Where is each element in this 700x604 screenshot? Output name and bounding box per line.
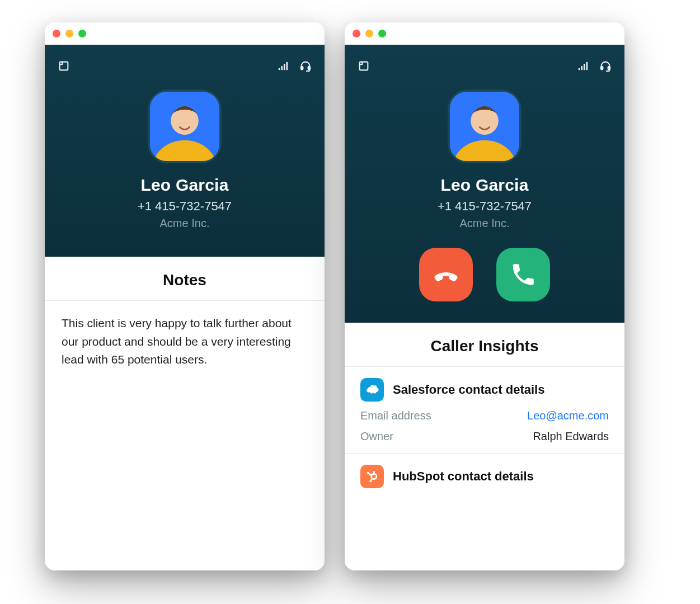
window-titlebar — [45, 22, 325, 45]
svg-rect-3 — [284, 64, 285, 70]
contact-phone: +1 415-732-7547 — [438, 199, 532, 214]
svg-rect-5 — [301, 67, 303, 70]
svg-rect-14 — [579, 68, 580, 70]
call-window-notes: Leo Garcia +1 415-732-7547 Acme Inc. Not… — [45, 22, 325, 570]
svg-rect-4 — [286, 62, 288, 70]
headset-icon[interactable] — [599, 59, 612, 73]
contact-company: Acme Inc. — [460, 217, 510, 230]
notes-body[interactable]: This client is very happy to talk furthe… — [45, 301, 325, 383]
window-close-button[interactable] — [353, 30, 360, 37]
insights-panel-title: Caller Insights — [345, 323, 624, 366]
svg-rect-18 — [601, 67, 603, 70]
owner-label: Owner — [360, 430, 393, 443]
email-value[interactable]: Leo@acme.com — [527, 409, 609, 422]
hubspot-section[interactable]: HubSpot contact details — [345, 454, 624, 498]
svg-point-27 — [373, 471, 375, 473]
popout-icon[interactable] — [57, 59, 71, 73]
contact-avatar — [148, 89, 222, 163]
contact-phone: +1 415-732-7547 — [138, 199, 232, 214]
signal-strength-icon — [276, 59, 290, 73]
salesforce-icon — [360, 378, 384, 402]
svg-rect-0 — [60, 62, 68, 70]
window-zoom-button[interactable] — [378, 30, 386, 37]
svg-rect-1 — [279, 68, 280, 70]
headset-icon[interactable] — [299, 59, 312, 73]
svg-rect-16 — [584, 64, 585, 70]
contact-company: Acme Inc. — [160, 217, 210, 230]
window-zoom-button[interactable] — [78, 30, 86, 37]
svg-point-28 — [367, 472, 369, 474]
svg-rect-15 — [581, 66, 582, 70]
call-header: Leo Garcia +1 415-732-7547 Acme Inc. — [345, 45, 624, 323]
svg-line-31 — [369, 474, 372, 475]
owner-value: Ralph Edwards — [533, 430, 609, 443]
call-window-insights: Leo Garcia +1 415-732-7547 Acme Inc. Cal… — [345, 22, 624, 570]
salesforce-section[interactable]: Salesforce contact details Email address… — [345, 367, 624, 453]
notes-panel-title: Notes — [45, 257, 325, 300]
window-minimize-button[interactable] — [365, 30, 373, 37]
contact-avatar — [448, 89, 522, 163]
svg-rect-13 — [360, 62, 368, 70]
contact-name: Leo Garcia — [140, 176, 228, 195]
signal-strength-icon — [576, 59, 590, 73]
popout-icon[interactable] — [357, 59, 370, 73]
svg-rect-2 — [281, 66, 283, 70]
svg-line-32 — [371, 478, 372, 480]
svg-rect-17 — [586, 62, 588, 70]
hubspot-title: HubSpot contact details — [393, 469, 534, 484]
window-titlebar — [345, 22, 624, 45]
call-actions — [419, 248, 550, 301]
notes-panel: Notes This client is very happy to talk … — [45, 257, 325, 570]
call-header: Leo Garcia +1 415-732-7547 Acme Inc. — [45, 45, 325, 257]
window-minimize-button[interactable] — [65, 30, 73, 37]
window-close-button[interactable] — [53, 30, 60, 37]
answer-button[interactable] — [496, 248, 550, 301]
contact-name: Leo Garcia — [440, 176, 528, 195]
insights-panel: Caller Insights Salesforce contact detai… — [345, 323, 624, 570]
email-label: Email address — [360, 409, 431, 422]
hangup-button[interactable] — [419, 248, 473, 301]
hubspot-icon — [360, 465, 384, 488]
salesforce-title: Salesforce contact details — [393, 383, 544, 397]
